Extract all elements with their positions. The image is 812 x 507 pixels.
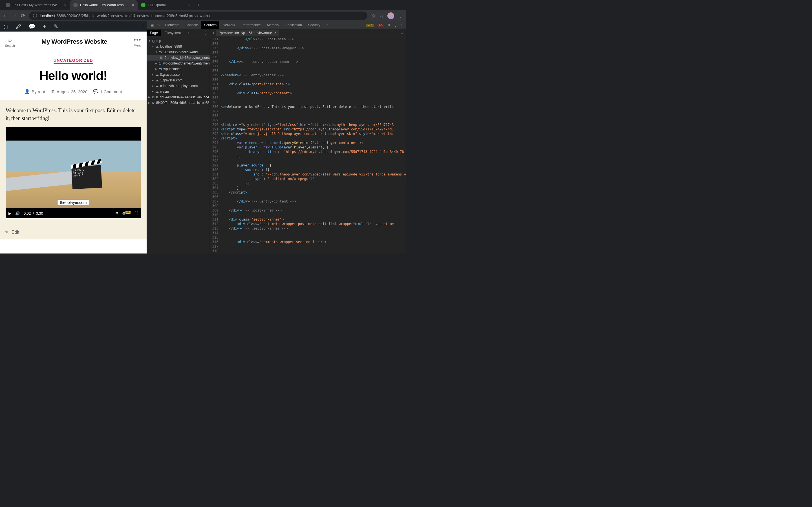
letterbox-top (6, 127, 141, 140)
sources-sidebar: Page Filesystem » ⋮ ▼▢top ▼☁localhost:88… (147, 29, 210, 253)
tab-security[interactable]: Security (305, 21, 323, 29)
file-tree[interactable]: ▼▢top ▼☁localhost:8888 ▼🗀2020/08/25/hell… (147, 37, 210, 253)
wordpress-icon (73, 3, 78, 7)
star-icon[interactable]: ☆ (371, 13, 376, 19)
video-frame[interactable]: 37 V34 ▶24 1.48A35 4.8 theoplayer.com (6, 140, 141, 208)
post-title: Hello world! (6, 69, 141, 83)
nav-bar: ← → ⟳ ⓘ localhost:8888/2020/08/25/hello-… (0, 10, 406, 21)
tab-title: Edit Post ‹ My WordPress Web… (12, 3, 62, 7)
toggle-navigator-icon[interactable]: ⫞ (210, 31, 216, 35)
post-text: Welcome to WordPress. This is your first… (6, 107, 141, 122)
customize-icon[interactable]: 🖌 (15, 23, 21, 30)
menu-toggle[interactable]: ••• Menu (134, 37, 142, 47)
devtools: ▣ ▭ Elements Console Sources Network Per… (147, 21, 406, 253)
menu-label: Menu (134, 44, 142, 47)
edit-icon: ✎ (5, 230, 9, 235)
video-controls: ▶ 🔊 0:02 / 3:30 ⧉ ⚙HD ⛶ (6, 208, 141, 218)
wordpress-icon (6, 3, 10, 7)
time-display: 0:02 / 3:30 (24, 211, 43, 216)
browser-tab[interactable]: THEOportal × (138, 0, 194, 10)
subtitles-button[interactable]: ⧉ (116, 211, 118, 216)
video-watermark: theoplayer.com (57, 200, 89, 205)
device-icon[interactable]: ▭ (156, 23, 160, 27)
browser-tab-active[interactable]: Hello world! – My WordPress W… × (70, 0, 138, 10)
edit-icon[interactable]: ✎ (54, 23, 58, 30)
browser-tab[interactable]: Edit Post ‹ My WordPress Web… × (2, 0, 70, 10)
editor-tab[interactable]: ?preview_id=1&p…6&preview=true × (216, 30, 279, 36)
tab-elements[interactable]: Elements (162, 21, 182, 29)
wp-admin-bar: ◷ 🖌 💬 + ✎ (0, 21, 147, 32)
url-text: localhost:8888/2020/08/25/hello-world/?p… (40, 13, 211, 18)
page-preview: ◷ 🖌 💬 + ✎ ⌕ Search My WordPress Website … (0, 21, 147, 253)
site-header: ⌕ Search My WordPress Website ••• Menu (0, 32, 147, 50)
scene-arm (6, 171, 77, 191)
new-icon[interactable]: + (43, 23, 46, 30)
editor-tab-title: ?preview_id=1&p…6&preview=true (219, 31, 272, 35)
comments-meta[interactable]: 💬 1 Comment (93, 89, 122, 94)
more-tabs[interactable]: » (324, 21, 331, 29)
address-bar[interactable]: ⓘ localhost:8888/2020/08/25/hello-world/… (29, 11, 367, 20)
site-info-icon[interactable]: ⓘ (33, 13, 37, 18)
clapperboard: 37 V34 ▶24 1.48A35 4.8 (71, 165, 102, 189)
comments-icon[interactable]: 💬 (29, 23, 36, 30)
tab-sources[interactable]: Sources (201, 21, 219, 29)
menu-icon[interactable]: ⋮ (398, 13, 403, 19)
devtools-tabs: ▣ ▭ Elements Console Sources Network Per… (147, 21, 406, 29)
tab-title: THEOportal (148, 3, 186, 7)
user-avatar[interactable] (143, 24, 143, 29)
theoportal-icon (141, 3, 146, 7)
author-meta: 👤 By root (24, 89, 45, 94)
toggle-debugger-icon[interactable]: ⫠ (398, 31, 406, 35)
settings-button[interactable]: ⚙HD (122, 211, 131, 216)
kebab-icon[interactable]: ⋮ (394, 23, 397, 27)
profile-avatar[interactable] (388, 12, 394, 19)
edit-link[interactable]: ✎ Edit (0, 225, 147, 239)
search-toggle[interactable]: ⌕ Search (5, 36, 15, 47)
tab-application[interactable]: Application (283, 21, 305, 29)
media-icon[interactable]: ♫ (380, 13, 384, 19)
tab-bar: Edit Post ‹ My WordPress Web… × Hello wo… (0, 0, 406, 10)
reload-button[interactable]: ⟳ (21, 13, 25, 19)
tab-performance[interactable]: Performance (239, 21, 264, 29)
close-icon[interactable]: × (188, 3, 191, 7)
dashboard-icon[interactable]: ◷ (3, 23, 8, 30)
more-side-tabs[interactable]: » (184, 30, 193, 36)
date-meta: 🗓 August 25, 2020 (51, 89, 87, 94)
forward-button[interactable]: → (12, 13, 17, 19)
tab-network[interactable]: Network (220, 21, 238, 29)
fullscreen-button[interactable]: ⛶ (135, 211, 138, 216)
close-icon[interactable]: × (64, 3, 66, 7)
volume-button[interactable]: 🔊 (15, 211, 20, 216)
back-button[interactable]: ← (3, 13, 8, 19)
close-icon[interactable]: × (274, 31, 276, 35)
post-category[interactable]: UNCATEGORIZED (54, 58, 93, 64)
inspect-icon[interactable]: ▣ (151, 23, 154, 27)
video-player[interactable]: 37 V34 ▶24 1.48A35 4.8 theoplayer.com ▶ … (6, 127, 141, 218)
calendar-icon: 🗓 (51, 89, 55, 94)
comment-icon: 💬 (93, 89, 98, 94)
warnings-badge[interactable]: ▲ 1 (366, 24, 373, 27)
entry-header: UNCATEGORIZED Hello world! 👤 By root 🗓 A… (0, 50, 147, 100)
post-body: Welcome to WordPress. This is your first… (0, 100, 147, 225)
play-button[interactable]: ▶ (8, 211, 11, 216)
side-tab-page[interactable]: Page (147, 30, 161, 36)
tab-title: Hello world! – My WordPress W… (80, 3, 130, 7)
tab-console[interactable]: Console (183, 21, 201, 29)
user-icon: 👤 (24, 89, 30, 94)
tab-memory[interactable]: Memory (264, 21, 282, 29)
sources-editor: ⫞ ?preview_id=1&p…6&preview=true × ⫠ 271… (210, 29, 406, 253)
code-editor[interactable]: 2712722732742752762772782792802812822832… (210, 37, 406, 253)
site-title[interactable]: My WordPress Website (42, 38, 107, 45)
edit-label: Edit (11, 230, 19, 235)
close-icon[interactable]: × (401, 23, 403, 27)
search-label: Search (5, 44, 15, 47)
close-icon[interactable]: × (132, 3, 134, 7)
kebab-icon[interactable]: ⋮ (201, 31, 210, 35)
side-tab-filesystem[interactable]: Filesystem (161, 30, 184, 36)
settings-icon[interactable]: ⚙ (388, 23, 391, 27)
new-tab-button[interactable]: + (194, 1, 203, 9)
errors-badge[interactable]: ⊘ 5 (377, 24, 384, 27)
